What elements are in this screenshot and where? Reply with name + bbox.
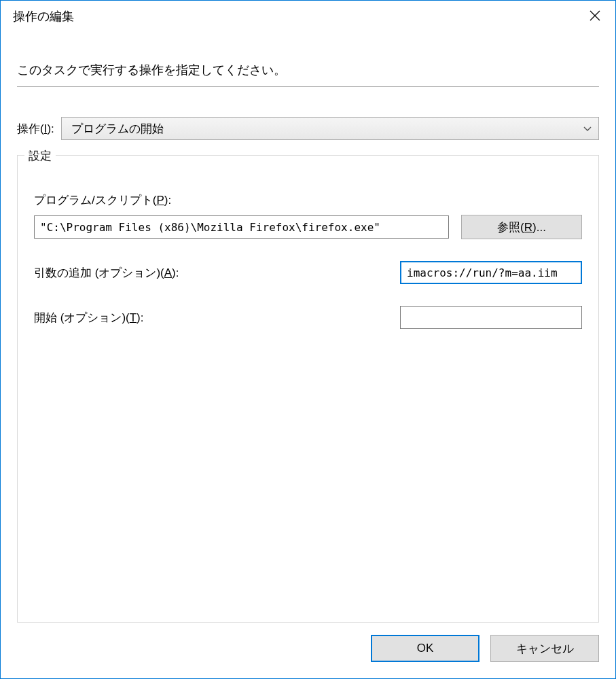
arguments-label-prefix: 引数の追加 (オプション)( — [34, 266, 164, 279]
arguments-label-key: A — [164, 266, 172, 279]
browse-label-suffix: )... — [532, 221, 546, 234]
startin-label-suffix: ): — [137, 311, 143, 324]
startin-label-key: T — [130, 311, 137, 324]
startin-input[interactable] — [400, 306, 582, 329]
titlebar: 操作の編集 — [1, 1, 615, 32]
program-field: プログラム/スクリプト(P): 参照(R)... — [34, 192, 582, 239]
instruction-text: このタスクで実行する操作を指定してください。 — [17, 62, 599, 87]
program-label-suffix: ): — [164, 194, 171, 207]
ok-button[interactable]: OK — [371, 635, 479, 662]
arguments-field: 引数の追加 (オプション)(A): — [34, 261, 582, 284]
chevron-down-icon — [583, 122, 592, 135]
action-row: 操作(I): プログラムの開始 — [17, 117, 599, 140]
action-dropdown-value: プログラムの開始 — [71, 121, 164, 137]
cancel-button[interactable]: キャンセル — [490, 635, 599, 662]
settings-legend: 設定 — [24, 148, 56, 164]
action-dropdown[interactable]: プログラムの開始 — [61, 117, 599, 140]
dialog-footer: OK キャンセル — [1, 623, 615, 678]
startin-label: 開始 (オプション)(T): — [34, 310, 144, 326]
settings-group: 設定 プログラム/スクリプト(P): 参照(R)... 引数の追加 (オプション… — [17, 155, 599, 623]
program-label-prefix: プログラム/スクリプト( — [34, 194, 156, 207]
arguments-label: 引数の追加 (オプション)(A): — [34, 265, 179, 281]
browse-button[interactable]: 参照(R)... — [461, 215, 582, 239]
browse-label-key: R — [524, 221, 532, 234]
window-title: 操作の編集 — [13, 8, 74, 24]
program-label-key: P — [156, 194, 164, 207]
startin-field: 開始 (オプション)(T): — [34, 306, 582, 329]
dialog-window: 操作の編集 このタスクで実行する操作を指定してください。 操作(I): プログラ… — [0, 0, 616, 679]
action-label-prefix: 操作( — [17, 122, 44, 135]
program-path-input[interactable] — [34, 215, 449, 239]
action-label-suffix: ): — [47, 122, 54, 135]
arguments-label-suffix: ): — [172, 266, 179, 279]
arguments-input[interactable] — [400, 261, 582, 284]
close-icon — [590, 10, 600, 23]
content-area: このタスクで実行する操作を指定してください。 操作(I): プログラムの開始 設… — [1, 32, 615, 623]
startin-label-prefix: 開始 (オプション)( — [34, 311, 130, 324]
browse-label-prefix: 参照( — [497, 221, 524, 234]
close-button[interactable] — [575, 1, 615, 32]
program-label: プログラム/スクリプト(P): — [34, 192, 582, 208]
program-row: 参照(R)... — [34, 215, 582, 239]
action-label: 操作(I): — [17, 121, 54, 137]
